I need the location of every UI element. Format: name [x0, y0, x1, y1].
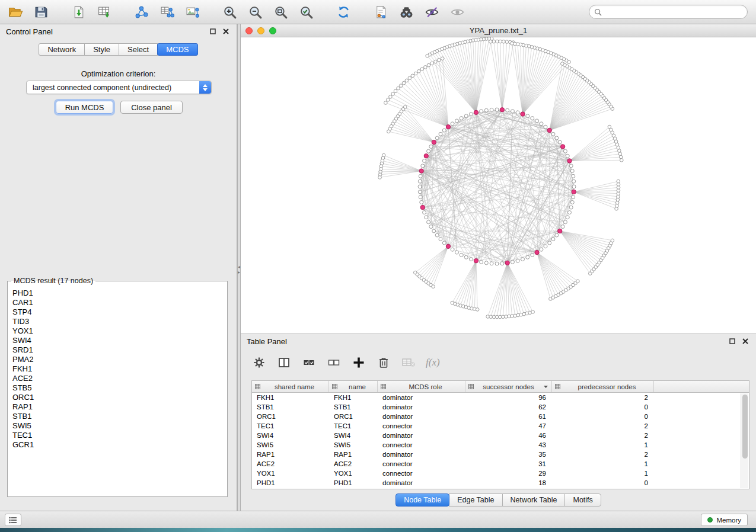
network-from-table-button[interactable]: [156, 3, 177, 21]
tab-node-table[interactable]: Node Table: [395, 493, 449, 507]
tab-select[interactable]: Select: [119, 43, 158, 56]
list-icon: [9, 517, 17, 524]
binoculars-icon: [399, 5, 414, 20]
delete-table-button[interactable]: [401, 355, 416, 370]
create-column-button[interactable]: [351, 355, 366, 370]
tab-edge-table[interactable]: Edge Table: [449, 493, 502, 507]
search-icon: [594, 8, 602, 16]
mcds-result-list[interactable]: PHD1CAR1STP4TID3YOX1SWI4SRD1PMA2FKH1ACE2…: [9, 287, 226, 495]
table-row[interactable]: ORC1ORC1dominator610: [252, 412, 749, 421]
float-window-icon: [729, 338, 735, 344]
close-control-panel-button[interactable]: [221, 27, 231, 36]
function-builder-button[interactable]: f(x): [426, 355, 440, 370]
hide-details-button[interactable]: [446, 3, 468, 21]
apply-layout-button[interactable]: [333, 3, 354, 21]
show-columns-button[interactable]: [276, 355, 292, 370]
table-row[interactable]: YOX1YOX1connector291: [252, 469, 749, 478]
list-item[interactable]: CAR1: [12, 298, 222, 307]
splitter-grip-icon: ◂▸: [238, 264, 240, 275]
list-item[interactable]: RAP1: [12, 402, 222, 412]
close-icon: [223, 28, 229, 34]
table-row[interactable]: FKH1FKH1dominator962: [252, 393, 749, 402]
tab-motifs[interactable]: Motifs: [564, 493, 601, 507]
zoom-in-button[interactable]: [219, 3, 240, 21]
tab-style[interactable]: Style: [84, 43, 119, 56]
zoom-fit-button[interactable]: [270, 3, 291, 21]
export-network-button[interactable]: [370, 3, 391, 21]
memory-button[interactable]: Memory: [701, 514, 748, 526]
network-from-image-button[interactable]: [181, 3, 203, 21]
network-from-table-icon: [160, 5, 174, 20]
list-item[interactable]: ORC1: [12, 393, 222, 402]
table-row[interactable]: SWI4SWI4dominator462: [252, 431, 749, 440]
panel-selector-button[interactable]: [5, 514, 21, 526]
table-row[interactable]: RAP1RAP1dominator352: [252, 450, 749, 459]
table-tabs: Node TableEdge TableNetwork TableMotifs: [241, 493, 756, 507]
list-item[interactable]: STB5: [12, 383, 222, 393]
run-mcds-button[interactable]: Run MCDS: [56, 101, 113, 114]
list-item[interactable]: FKH1: [12, 364, 222, 374]
import-table-button[interactable]: [93, 3, 114, 21]
list-item[interactable]: SWI4: [12, 336, 222, 345]
list-item[interactable]: PMA2: [12, 355, 222, 364]
zoom-selected-button[interactable]: [295, 3, 317, 21]
deselect-all-columns-button[interactable]: [326, 355, 342, 370]
float-table-panel-button[interactable]: [728, 336, 737, 346]
table-row[interactable]: STB1STB1dominator620: [252, 402, 749, 412]
status-bar: Memory: [0, 511, 756, 528]
list-item[interactable]: GCR1: [12, 440, 222, 450]
table-row[interactable]: SWI5SWI5connector431: [252, 440, 749, 450]
column-header-predecessor-nodes[interactable]: predecessor nodes: [552, 381, 654, 392]
column-header-mcds-role[interactable]: MCDS role: [378, 381, 465, 392]
close-icon: [742, 338, 748, 344]
import-network-button[interactable]: [68, 3, 89, 21]
search-input[interactable]: [605, 8, 742, 16]
find-button[interactable]: [395, 3, 417, 21]
network-graph[interactable]: [241, 37, 756, 334]
list-item[interactable]: PHD1: [12, 289, 222, 298]
list-item[interactable]: TID3: [12, 317, 222, 326]
eye-slash-icon: [425, 5, 439, 20]
list-item[interactable]: SRD1: [12, 345, 222, 355]
close-table-panel-button[interactable]: [741, 336, 750, 346]
open-session-button[interactable]: [5, 3, 26, 21]
tab-mcds[interactable]: MCDS: [157, 43, 197, 56]
select-all-columns-button[interactable]: [301, 355, 317, 370]
table-mode-button[interactable]: [251, 355, 267, 370]
desktop-wallpaper-strip: [0, 528, 756, 532]
column-header-successor-nodes[interactable]: successor nodes: [465, 381, 552, 392]
import-network-icon: [71, 5, 86, 20]
column-grid-icon: [332, 384, 337, 389]
list-item[interactable]: ACE2: [12, 374, 222, 383]
memory-label: Memory: [716, 517, 741, 524]
list-item[interactable]: YOX1: [12, 326, 222, 336]
network-canvas[interactable]: [241, 37, 756, 334]
export-document-icon: [374, 5, 388, 20]
list-item[interactable]: SWI5: [12, 421, 222, 431]
network-window-titlebar: YPA_prune.txt_1: [241, 24, 756, 37]
search-box[interactable]: [589, 5, 748, 19]
tab-network[interactable]: Network: [39, 43, 85, 56]
delete-column-button[interactable]: [376, 355, 391, 370]
scrollbar-thumb[interactable]: [742, 395, 748, 459]
graphics-details-button[interactable]: [421, 3, 442, 21]
save-session-button[interactable]: [30, 3, 52, 21]
list-item[interactable]: STB1: [12, 412, 222, 421]
close-mcds-panel-button[interactable]: Close panel: [120, 101, 183, 114]
tab-network-table[interactable]: Network Table: [502, 493, 566, 507]
table-row[interactable]: ACE2ACE2connector311: [252, 459, 749, 469]
gear-icon: [253, 356, 266, 369]
new-network-button[interactable]: [130, 3, 152, 21]
column-header-shared-name[interactable]: shared name: [252, 381, 329, 392]
table-row[interactable]: TEC1TEC1connector472: [252, 421, 749, 431]
table-scrollbar[interactable]: [741, 393, 748, 488]
main-toolbar: [0, 0, 756, 24]
zoom-out-button[interactable]: [244, 3, 266, 21]
column-header-name[interactable]: name: [329, 381, 378, 392]
criterion-select[interactable]: largest connected component (undirected): [26, 81, 212, 94]
control-panel: Control Panel NetworkStyleSelectMCDS Opt…: [0, 24, 237, 511]
table-row[interactable]: PHD1PHD1dominator180: [252, 478, 749, 488]
list-item[interactable]: STP4: [12, 307, 222, 317]
list-item[interactable]: TEC1: [12, 431, 222, 440]
float-panel-button[interactable]: [208, 27, 218, 36]
